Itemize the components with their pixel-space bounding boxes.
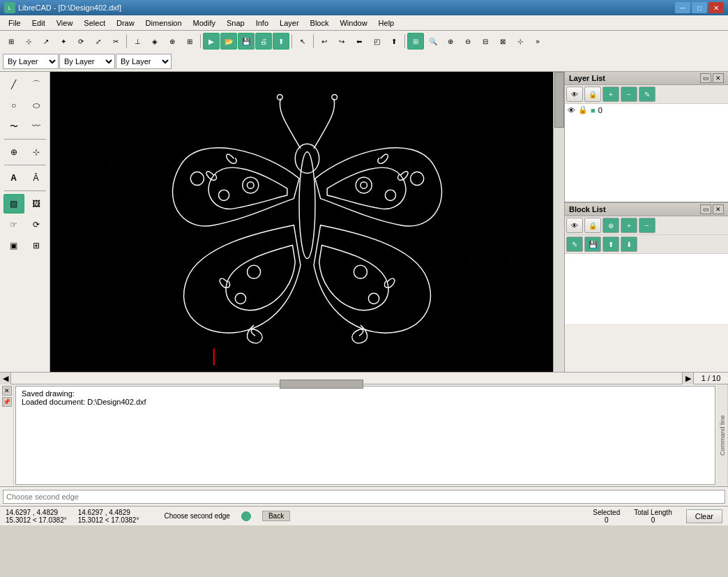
menu-info[interactable]: Info — [250, 17, 274, 29]
tb-btn-11[interactable]: ⊞ — [181, 33, 198, 50]
bottom-panel: ✕ 📌 Saved drawing: Loaded document: D:\D… — [0, 384, 728, 506]
new-file-btn[interactable]: ▶ — [203, 33, 220, 50]
menu-block[interactable]: Block — [305, 17, 335, 29]
spline-tool[interactable]: 〜 — [3, 117, 24, 136]
menu-edit[interactable]: Edit — [26, 17, 51, 29]
layer-edit-btn[interactable]: ✎ — [639, 87, 655, 102]
line-tool[interactable]: ╱ — [3, 75, 24, 94]
tb-btn-8[interactable]: ⊥ — [129, 33, 146, 50]
grid-snap-btn[interactable]: ⊞ — [407, 33, 424, 50]
zoom-win-btn[interactable]: ⊟ — [477, 33, 494, 50]
select-btn[interactable]: ↖ — [294, 33, 311, 50]
measure-tool[interactable]: ⊹ — [26, 142, 47, 162]
scroll-left-btn[interactable]: ◀ — [0, 373, 11, 384]
menu-snap[interactable]: Snap — [221, 17, 250, 29]
output-close-btn[interactable]: ✕ — [2, 386, 12, 396]
open-file-btn[interactable]: 📂 — [220, 33, 237, 50]
block-panel-restore[interactable]: ▭ — [700, 204, 711, 214]
scroll-right-btn[interactable]: ▶ — [682, 373, 693, 384]
layer-linetype-select[interactable]: By Layer — [59, 54, 115, 69]
layer-remove-btn[interactable]: − — [621, 87, 637, 102]
command-input[interactable] — [3, 490, 725, 504]
block-export-btn[interactable]: ⬆ — [602, 237, 619, 252]
ellipse-tool[interactable]: ⬭ — [26, 96, 47, 115]
maximize-button[interactable]: □ — [692, 2, 707, 13]
menu-file[interactable]: File — [3, 17, 26, 29]
text-edit-tool[interactable]: Ā — [26, 168, 47, 188]
zoom-in-btn[interactable]: ⊕ — [442, 33, 459, 50]
tb-btn-2[interactable]: ⊹ — [20, 33, 37, 50]
vscroll-thumb[interactable] — [554, 72, 564, 128]
hscroll-thumb[interactable] — [280, 380, 363, 389]
tb-btn-5[interactable]: ⟳ — [73, 33, 89, 50]
layer-row-0[interactable]: 👁 🔒 ■ 0 — [565, 104, 728, 116]
block-import-btn[interactable]: ⬇ — [621, 237, 637, 252]
print-btn[interactable]: 🖨 — [255, 33, 272, 50]
vscrollbar[interactable] — [553, 72, 564, 372]
rotate-tool[interactable]: ⟳ — [26, 215, 47, 234]
layer-show-btn[interactable]: 👁 — [566, 87, 583, 102]
menu-select[interactable]: Select — [78, 17, 111, 29]
zoom-all-btn[interactable]: ⊠ — [494, 33, 511, 50]
layer-freeze-btn[interactable]: 🔒 — [584, 87, 601, 102]
block-tool[interactable]: ▣ — [3, 236, 24, 255]
menu-view[interactable]: View — [51, 17, 79, 29]
close-button[interactable]: ✕ — [708, 2, 724, 13]
layer-linewidth-select[interactable]: By Layer — [116, 54, 172, 69]
block-show-btn[interactable]: 👁 — [566, 218, 583, 233]
status-green-indicator — [241, 511, 251, 521]
tb-btn-6[interactable]: ⤢ — [90, 33, 107, 50]
export-btn[interactable]: ⬆ — [273, 33, 289, 50]
redo-btn[interactable]: ↪ — [333, 33, 350, 50]
left-row-5: A Ā — [3, 168, 47, 188]
block-insert-tool[interactable]: ⊞ — [26, 236, 47, 255]
menu-modify[interactable]: Modify — [188, 17, 221, 29]
zoom-btn[interactable]: 🔍 — [425, 33, 441, 50]
clear-button[interactable]: Clear — [686, 509, 722, 523]
output-pin-btn[interactable]: 📌 — [2, 397, 12, 407]
layer-panel-close[interactable]: ✕ — [713, 73, 724, 83]
block-add-btn[interactable]: + — [621, 218, 637, 233]
tb-btn-13[interactable]: ◰ — [368, 33, 385, 50]
point-tool[interactable]: ⊕ — [3, 142, 24, 162]
hatch-tool[interactable]: ▧ — [3, 194, 24, 213]
menu-help[interactable]: Help — [373, 17, 400, 29]
menu-window[interactable]: Window — [334, 17, 372, 29]
tb-btn-7[interactable]: ✂ — [107, 33, 124, 50]
block-edit-btn[interactable]: ✎ — [566, 237, 583, 252]
canvas-area[interactable] — [50, 72, 564, 372]
block-hide-btn[interactable]: 🔒 — [584, 218, 601, 233]
block-insert-btn[interactable]: ⊕ — [602, 218, 619, 233]
menu-layer[interactable]: Layer — [274, 17, 305, 29]
undo-btn[interactable]: ↩ — [316, 33, 333, 50]
tb-btn-10[interactable]: ⊕ — [164, 33, 181, 50]
block-save-btn[interactable]: 💾 — [584, 237, 601, 252]
polyline-tool[interactable]: 〰 — [26, 117, 47, 136]
snap-grid-btn[interactable]: ⊞ — [3, 33, 20, 50]
tb-btn-3[interactable]: ↗ — [38, 33, 54, 50]
zoom-pan-btn[interactable]: ⊹ — [512, 33, 529, 50]
zoom-out-btn[interactable]: ⊖ — [460, 33, 476, 50]
image-tool[interactable]: 🖼 — [26, 194, 47, 213]
minimize-button[interactable]: ─ — [675, 2, 690, 13]
tb-extra[interactable]: » — [529, 33, 546, 50]
tb-btn-4[interactable]: ✦ — [55, 33, 72, 50]
text-tool[interactable]: A — [3, 168, 24, 188]
block-panel-close[interactable]: ✕ — [713, 204, 724, 214]
circle-tool[interactable]: ○ — [3, 96, 24, 115]
layer-panel-restore[interactable]: ▭ — [700, 73, 711, 83]
menu-draw[interactable]: Draw — [111, 17, 140, 29]
tb-btn-9[interactable]: ◈ — [146, 33, 163, 50]
arc-tool[interactable]: ⌒ — [26, 75, 47, 94]
tb-btn-12[interactable]: ⬅ — [351, 33, 367, 50]
menu-dimension[interactable]: Dimension — [140, 17, 188, 29]
left-row-6: ▧ 🖼 — [3, 194, 47, 213]
tb-btn-14[interactable]: ⬆ — [386, 33, 402, 50]
selected-label: Selected — [593, 509, 620, 516]
layer-color-select[interactable]: By Layer — [3, 54, 59, 69]
back-button[interactable]: Back — [262, 511, 290, 521]
move-tool[interactable]: ☞ — [3, 215, 24, 234]
save-btn[interactable]: 💾 — [238, 33, 255, 50]
block-remove-btn[interactable]: − — [639, 218, 655, 233]
layer-add-btn[interactable]: + — [602, 87, 619, 102]
